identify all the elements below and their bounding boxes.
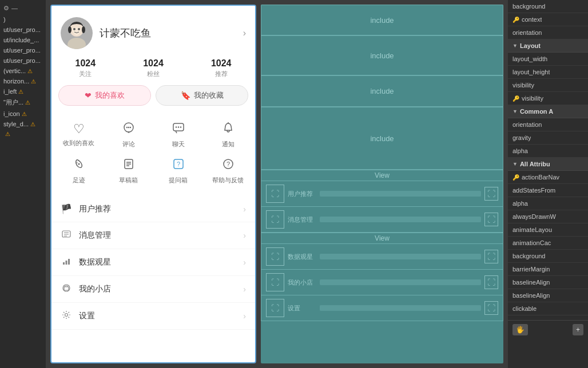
stat-recommend-num: 1024 [187, 58, 255, 69]
menu-section: 🏴 用户推荐 › 消息管理 › [51, 196, 255, 330]
tab-collect[interactable]: 🔖 我的收藏 [156, 85, 248, 106]
stat-recommend-label: 推荐 [187, 70, 255, 78]
prop-baseline-align-0-label: baselineAlign [512, 279, 550, 286]
prop-alpha-common[interactable]: alpha [508, 145, 588, 158]
stat-fans-num: 1024 [120, 58, 188, 69]
svg-point-34 [65, 314, 68, 317]
hand-button[interactable]: 🖐 [512, 324, 528, 335]
icon-cell-question[interactable]: ? 提问箱 [153, 153, 203, 189]
svg-rect-31 [68, 259, 70, 265]
prop-visibility[interactable]: visibility [508, 79, 588, 92]
chevron-right-icon-2: › [243, 258, 246, 267]
wf-include-label-1: include [370, 51, 394, 60]
prop-context[interactable]: 🔑 context [508, 13, 588, 26]
icon-cell-likes[interactable]: ♡ 收到的喜欢 [54, 117, 104, 153]
menu-item-settings[interactable]: 设置 › [51, 303, 255, 330]
sidebar-item-3[interactable]: ut/user_pro... [0, 45, 46, 55]
prop-visibility-key[interactable]: 🔑 visibility [508, 92, 588, 105]
wf-include-0: include [261, 5, 503, 35]
prop-alpha-all-label: alpha [512, 200, 528, 207]
prop-animate-layout-label: animateLayou [512, 226, 552, 233]
menu-item-shop[interactable]: 我的小店 › [51, 276, 255, 303]
wf-img-1-1: ⛶ [266, 273, 284, 291]
prop-clickable[interactable]: clickable [508, 302, 588, 315]
sidebar-item-9[interactable]: i_icon ⚠ [0, 109, 46, 119]
tab-likes[interactable]: ❤ 我的喜欢 [58, 85, 151, 106]
prop-baseline-align-0[interactable]: baselineAlign [508, 276, 588, 289]
prop-orientation-common[interactable]: orientation [508, 118, 588, 131]
prop-gravity[interactable]: gravity [508, 131, 588, 145]
profile-arrow-icon[interactable]: › [243, 28, 246, 38]
wireframe-panel: include include include include View ⛶ 用… [261, 5, 503, 363]
prop-animation-cache[interactable]: animationCac [508, 237, 588, 250]
sidebar-item-6[interactable]: horizon... ⚠ [0, 76, 46, 86]
svg-rect-33 [64, 287, 69, 290]
wf-img-right-1-2: ⛶ [484, 301, 498, 315]
minimize-icon[interactable]: — [11, 5, 18, 12]
prop-add-states-label: addStatesFrom [512, 187, 555, 194]
wf-list-item-0-1: ⛶ 消息管理 ⛶ [261, 207, 503, 232]
icon-cell-footprint[interactable]: 足迹 [54, 153, 104, 189]
sidebar-item-0[interactable]: ) [0, 14, 46, 25]
section-common-title: Common A [520, 108, 553, 115]
wf-text-bar-0-0 [320, 191, 481, 197]
menu-item-message[interactable]: 消息管理 › [51, 222, 255, 249]
prop-orientation-top-label: orientation [512, 29, 542, 36]
svg-point-5 [68, 26, 71, 33]
sidebar-item-4[interactable]: ut/user_pro... [0, 55, 46, 66]
comment-icon [122, 122, 135, 138]
left-sidebar: ⚙ — ) ut/user_pro... ut/include_... ut/u… [0, 0, 46, 368]
sidebar-item-10[interactable]: style_d... ⚠ [0, 119, 46, 129]
prop-animate-layout[interactable]: animateLayou [508, 223, 588, 237]
image-icon-1-2: ⛶ [271, 303, 279, 313]
wf-item-text-1-0: 数据观星 [288, 253, 316, 261]
avatar [61, 17, 93, 49]
wf-img-0-1: ⛶ [266, 210, 284, 229]
sidebar-item-2[interactable]: ut/include_... [0, 35, 46, 45]
prop-background-all[interactable]: background [508, 250, 588, 263]
sidebar-item-8[interactable]: "用户... ⚠ [0, 97, 46, 109]
prop-layout-width[interactable]: layout_width [508, 53, 588, 66]
svg-point-3 [73, 28, 76, 30]
sidebar-item-5[interactable]: (vertic... ⚠ [0, 66, 46, 76]
sidebar-item-11[interactable]: ⚠ [0, 129, 46, 139]
section-layout-title: Layout [520, 42, 541, 49]
wf-view-label-1: View [375, 234, 390, 242]
likes-icon: ♡ [73, 122, 85, 137]
help-icon-label: 帮助与反馈 [212, 176, 244, 185]
prop-baseline-align-1[interactable]: baselineAlign [508, 289, 588, 302]
sidebar-item-1[interactable]: ut/user_pro... [0, 25, 46, 35]
svg-point-16 [78, 163, 80, 165]
prop-add-states[interactable]: addStatesFrom [508, 184, 588, 197]
prop-action-bar[interactable]: 🔑 actionBarNav [508, 171, 588, 184]
sidebar-item-7[interactable]: i_left ⚠ [0, 86, 46, 97]
key-icon-visibility: 🔑 [512, 95, 519, 102]
prop-visibility-label: visibility [512, 82, 534, 89]
gear-icon[interactable]: ⚙ [3, 5, 9, 12]
profile-name: 计蒙不吃鱼 [100, 26, 243, 40]
prop-background-top[interactable]: background [508, 0, 588, 13]
icon-cell-draft[interactable]: 草稿箱 [104, 153, 153, 189]
prop-orientation-top[interactable]: orientation [508, 26, 588, 39]
prop-alpha-all[interactable]: alpha [508, 197, 588, 210]
icon-cell-comment[interactable]: 评论 [104, 117, 153, 153]
icon-cell-chat[interactable]: 聊天 [153, 117, 203, 153]
svg-point-8 [126, 127, 127, 128]
prop-barrier-margin[interactable]: barrierMargin [508, 263, 588, 276]
prop-visibility-key-label: visibility [522, 95, 543, 102]
add-button[interactable]: + [573, 324, 583, 335]
tab-row: ❤ 我的喜欢 🔖 我的收藏 [58, 85, 248, 106]
prop-layout-height[interactable]: layout_height [508, 66, 588, 79]
icon-grid: ♡ 收到的喜欢 评论 [51, 113, 255, 194]
chat-icon [172, 122, 185, 138]
image-icon-0-0: ⛶ [271, 189, 279, 198]
menu-item-recommend[interactable]: 🏴 用户推荐 › [51, 196, 255, 222]
wf-text-bar-1-1 [320, 279, 481, 285]
icon-cell-notify[interactable]: 通知 [203, 117, 253, 153]
prop-always-drawn[interactable]: alwaysDrawnW [508, 210, 588, 223]
wf-img-right-1-0: ⛶ [484, 250, 498, 263]
image-right-icon-1-0: ⛶ [487, 252, 495, 261]
icon-cell-help[interactable]: ? 帮助与反馈 [203, 153, 253, 189]
menu-item-data[interactable]: 数据观星 › [51, 249, 255, 276]
triangle-icon-layout: ▼ [512, 43, 518, 49]
